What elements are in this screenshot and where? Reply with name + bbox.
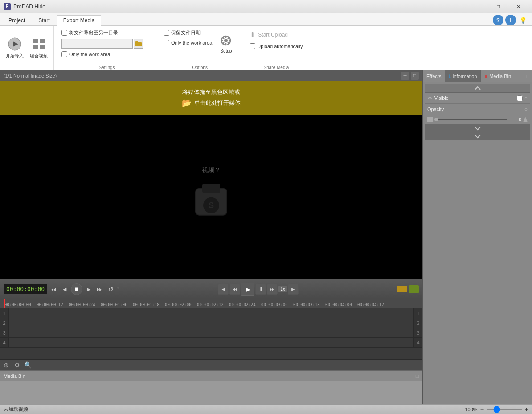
tab-effects[interactable]: Effects (423, 70, 445, 82)
media-bin-area[interactable] (0, 381, 422, 404)
track-label-right-1: 1 (413, 308, 422, 318)
media-bin-section: Media Bin □ (0, 370, 422, 404)
lightbulb-icon-button[interactable]: 💡 (518, 15, 528, 25)
opacity-lock-icon[interactable]: ○ (524, 106, 528, 112)
start-upload-button[interactable]: ⬆ Start Upload (250, 29, 303, 41)
ribbon-group-share: ⬆ Start Upload Upload automatically Shar… (244, 26, 308, 70)
setup-button[interactable]: Setup (216, 29, 236, 58)
step-forward-button[interactable]: ► (84, 284, 94, 294)
panel-minimize-button[interactable]: □ (524, 70, 532, 82)
svg-text:S: S (209, 201, 214, 210)
preview-collapse-button[interactable]: ─ (401, 72, 409, 80)
drop-area[interactable]: 将媒体拖至黑色区域或 📂 单击此处打开媒体 (0, 81, 422, 115)
svg-rect-4 (33, 45, 38, 49)
tab-export-media[interactable]: Export Media (57, 15, 102, 26)
info-icon-button[interactable]: i (505, 15, 516, 25)
panel-arrow-row-2[interactable] (425, 132, 530, 140)
help-icon-button[interactable]: ? (493, 15, 503, 25)
tab-information[interactable]: ℹ Information (445, 70, 481, 82)
panel-collapse-bar-top[interactable] (425, 84, 530, 93)
loop-button[interactable]: ↺ (106, 284, 116, 294)
ruler-mark-8: 00:00:03:06 (261, 303, 293, 308)
zoom-in-tl-button[interactable]: 🔍 (23, 361, 32, 369)
panel-arrow-row-1[interactable] (425, 124, 530, 132)
options-group-label: Options (164, 63, 236, 70)
marker-button[interactable] (397, 286, 407, 292)
maximize-button[interactable]: □ (488, 0, 508, 13)
go-start-button[interactable]: ⏮ (49, 284, 58, 294)
tab-media-bin[interactable]: ■ Media Bin (481, 70, 515, 82)
status-message: 未加载视频 (4, 406, 28, 413)
step-back-button[interactable]: ◄ (60, 284, 70, 294)
media-bin-label: Media Bin (4, 373, 25, 379)
media-bin-expand-button[interactable]: □ (416, 373, 419, 379)
track-row-1: 1 1 (0, 308, 422, 318)
video-placeholder: 视频？ (202, 166, 221, 174)
visible-property: <> Visible ○ (425, 93, 530, 104)
combine-video-icon (32, 37, 46, 51)
ruler-mark-0: 00:00:00:00 (4, 303, 37, 308)
zoom-out-button[interactable]: − (480, 406, 484, 413)
combine-video-label: 组合视频 (30, 53, 48, 59)
visible-lock-icon[interactable]: ○ (524, 95, 528, 101)
nav-left-button[interactable]: ◄ (218, 284, 229, 295)
only-work-area-label: Only the work area (69, 52, 110, 57)
zoom-slider[interactable] (487, 409, 522, 410)
preview-canvas[interactable]: 将媒体拖至黑色区域或 📂 单击此处打开媒体 视频？ S (0, 81, 422, 279)
video-question-text: 视频？ (202, 166, 221, 173)
zoom-out-tl-button[interactable]: − (34, 361, 43, 369)
work-area-2-checkbox[interactable] (164, 40, 169, 45)
ribbon-tabs: Project Start Export Media ? i 💡 (0, 13, 532, 26)
export-dir-checkbox[interactable] (61, 30, 67, 36)
snap-button[interactable] (409, 285, 419, 293)
dir-input[interactable] (61, 39, 133, 49)
track-label-left-2: 2 (0, 318, 9, 328)
share-controls: ⬆ Start Upload Upload automatically (250, 29, 303, 63)
upload-auto-checkbox[interactable] (250, 43, 255, 49)
close-button[interactable]: ✕ (508, 0, 528, 13)
divider-1 (56, 30, 56, 66)
fast-forward-button[interactable]: ⏭ (95, 284, 105, 294)
start-upload-label: Start Upload (258, 32, 288, 38)
tab-project[interactable]: Project (2, 15, 32, 25)
tab-start[interactable]: Start (32, 15, 56, 25)
stop-button[interactable]: ⏹ (71, 283, 82, 295)
right-panel: Effects ℹ Information ■ Media Bin □ (422, 70, 532, 404)
start-import-button[interactable]: 开始导入 (4, 33, 26, 63)
frame-back-button[interactable]: ⏮ (229, 284, 240, 295)
opacity-handle-icon (427, 117, 433, 122)
opacity-slider-track[interactable] (434, 119, 507, 120)
track-row-3: 3 3 (0, 328, 422, 338)
options-checkboxes: 保留文件日期 Only the work area (164, 29, 212, 46)
preview-header: (1/1 Normal Image Size) ─ □ (0, 70, 422, 81)
chevron-up-icon (474, 86, 481, 90)
fit-button[interactable]: ⊕ (2, 361, 11, 369)
track-row-2: 2 2 (0, 318, 422, 328)
timeline-area: 00:00:00:00 00:00:00:12 00:00:00:24 00:0… (0, 299, 422, 370)
opacity-slider-thumb[interactable] (434, 118, 438, 121)
folder-open-icon: 📂 (182, 98, 192, 108)
svg-point-17 (224, 39, 228, 42)
svg-rect-5 (40, 45, 45, 49)
work-area-2-label: Only the work area (171, 40, 212, 45)
ruler-mark-10: 00:00:04:00 (325, 303, 357, 308)
only-work-area-checkbox[interactable] (61, 51, 67, 57)
pause-button[interactable]: ⏸ (255, 284, 266, 295)
window-controls: ─ □ ✕ (468, 0, 528, 13)
play-button[interactable]: ▶ (241, 283, 254, 296)
keep-date-checkbox[interactable] (164, 30, 169, 36)
combine-video-button[interactable]: 组合视频 (28, 33, 50, 63)
frame-forward-button[interactable]: ⏭ (267, 284, 278, 295)
minimize-button[interactable]: ─ (468, 0, 488, 13)
svg-rect-7 (135, 41, 138, 43)
zoom-in-button[interactable]: + (525, 406, 528, 413)
preview-expand-button[interactable]: □ (411, 72, 419, 80)
magnet-button[interactable]: ⚙ (12, 361, 21, 369)
browse-button[interactable] (134, 39, 143, 49)
visible-checkbox[interactable] (517, 95, 523, 101)
watermark: S (189, 180, 233, 225)
ruler-mark-4: 00:00:01:18 (133, 303, 165, 308)
timecode-display: 00:00:00:00 (4, 284, 47, 294)
nav-right-button[interactable]: ► (288, 284, 299, 295)
keep-date-label: 保留文件日期 (171, 29, 201, 36)
